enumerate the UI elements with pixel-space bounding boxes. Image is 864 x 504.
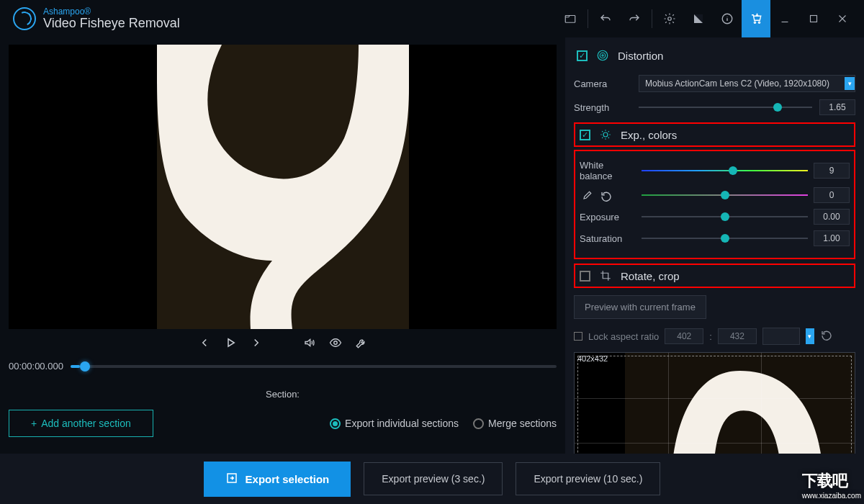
close-button[interactable] <box>828 0 857 37</box>
crop-dimensions-label: 402x432 <box>577 354 608 363</box>
svg-rect-6 <box>811 16 817 22</box>
export-selection-button[interactable]: Export selection <box>204 462 351 497</box>
svg-point-9 <box>598 50 608 60</box>
svg-point-1 <box>668 17 672 21</box>
minimize-button[interactable] <box>770 0 799 37</box>
crop-width-input[interactable]: 402 <box>665 328 703 344</box>
undo-button[interactable] <box>591 0 620 37</box>
radio-export-individual[interactable]: Export individual sections <box>330 418 459 429</box>
camera-row: Camera Mobius ActionCam Lens C2 (Video, … <box>574 75 855 92</box>
exposure-value[interactable]: 0.00 <box>814 209 850 225</box>
export-preview-3s-button[interactable]: Export preview (3 sec.) <box>364 462 503 495</box>
left-pane: 00:00:00.000 Section: + Add another sect… <box>0 37 565 504</box>
player-controls <box>9 336 557 352</box>
strength-row: Strength 1.65 <box>574 99 855 115</box>
timecode: 00:00:00.000 <box>9 361 63 372</box>
wb-tint-value[interactable]: 0 <box>814 187 850 203</box>
export-icon <box>225 472 238 487</box>
video-preview[interactable] <box>9 45 557 329</box>
info-button[interactable] <box>713 0 742 37</box>
exposure-label: Exposure <box>580 212 636 222</box>
svg-point-12 <box>603 132 608 137</box>
titlebar: Ashampoo® Video Fisheye Removal <box>0 0 864 37</box>
preview-current-frame-button[interactable]: Preview with current frame <box>574 295 706 319</box>
theme-button[interactable] <box>684 0 713 37</box>
radio-dot-icon <box>330 418 341 429</box>
wb-tint-slider[interactable] <box>642 190 808 200</box>
section-heading: Section: <box>9 389 557 400</box>
saturation-slider[interactable] <box>642 233 808 243</box>
chevron-down-icon[interactable]: ▾ <box>806 328 814 344</box>
add-section-label: Add another section <box>41 418 131 429</box>
wrench-button[interactable] <box>355 336 368 352</box>
next-frame-button[interactable] <box>250 336 263 352</box>
target-icon <box>596 49 609 62</box>
svg-point-10 <box>600 53 606 58</box>
app-logo-icon <box>13 7 36 30</box>
colors-controls-block: White balance 9 0 Exposure <box>574 150 855 259</box>
export-preview-10s-button[interactable]: Export preview (10 sec.) <box>516 462 660 495</box>
camera-select[interactable]: Mobius ActionCam Lens C2 (Video, 1920x10… <box>639 75 855 92</box>
crop-preset-select[interactable] <box>762 328 800 345</box>
preview-frame-image <box>157 45 409 329</box>
watermark: 下载吧 www.xiazaiba.com <box>802 470 861 500</box>
saturation-value[interactable]: 1.00 <box>814 230 850 246</box>
plus-icon: + <box>31 418 37 429</box>
export-bar: Export selection Export preview (3 sec.)… <box>0 454 864 504</box>
watermark-url: www.xiazaiba.com <box>802 492 861 500</box>
radio-merge-sections[interactable]: Merge sections <box>473 418 557 429</box>
svg-point-8 <box>333 341 337 345</box>
visibility-button[interactable] <box>329 336 342 352</box>
volume-button[interactable] <box>303 336 316 352</box>
wb-temp-slider[interactable] <box>642 166 808 176</box>
strength-slider[interactable] <box>639 102 812 112</box>
sun-icon <box>599 128 612 141</box>
cart-button[interactable] <box>742 0 770 37</box>
colors-panel-header[interactable]: ✓ Exp., colors <box>574 122 855 147</box>
wb-temp-value[interactable]: 9 <box>814 163 850 179</box>
settings-button[interactable] <box>655 0 684 37</box>
crop-icon <box>599 269 612 282</box>
reset-wb-button[interactable] <box>600 190 613 203</box>
right-panel: ✓ Distortion Camera Mobius ActionCam Len… <box>565 37 864 504</box>
eyedropper-button[interactable] <box>580 190 593 203</box>
distortion-title: Distortion <box>618 50 663 62</box>
maximize-button[interactable] <box>799 0 828 37</box>
camera-value: Mobius ActionCam Lens C2 (Video, 1920x10… <box>645 78 829 89</box>
redo-button[interactable] <box>620 0 649 37</box>
radio-merge-label: Merge sections <box>488 418 557 429</box>
section-area: Section: + Add another section Export in… <box>9 389 557 437</box>
strength-label: Strength <box>574 102 631 113</box>
app-title: Ashampoo® Video Fisheye Removal <box>43 7 180 31</box>
titlebar-right <box>556 0 857 37</box>
open-file-button[interactable] <box>556 0 585 37</box>
colors-checkbox[interactable]: ✓ <box>580 130 590 140</box>
lock-aspect-label: Lock aspect ratio <box>588 331 659 342</box>
timeline-row: 00:00:00.000 <box>9 361 557 372</box>
lock-aspect-checkbox[interactable] <box>574 332 582 341</box>
prev-frame-button[interactable] <box>198 336 211 352</box>
radio-dot-icon <box>473 418 484 429</box>
radio-individual-label: Export individual sections <box>345 418 459 429</box>
chevron-down-icon: ▾ <box>845 77 855 90</box>
distortion-checkbox[interactable]: ✓ <box>577 50 588 61</box>
reset-crop-button[interactable] <box>820 329 833 344</box>
svg-point-5 <box>758 22 760 23</box>
crop-panel-header[interactable]: ✓ Rotate, crop <box>574 264 855 288</box>
strength-value[interactable]: 1.65 <box>819 99 855 115</box>
svg-point-4 <box>754 22 755 23</box>
app-brand: Ashampoo® <box>43 7 180 17</box>
saturation-label: Saturation <box>580 233 636 244</box>
play-button[interactable] <box>224 336 237 352</box>
wb-label: White balance <box>580 160 636 181</box>
crop-height-input[interactable]: 432 <box>718 328 757 344</box>
exposure-slider[interactable] <box>642 212 808 222</box>
crop-checkbox[interactable]: ✓ <box>580 271 590 282</box>
svg-rect-0 <box>565 16 575 23</box>
add-section-button[interactable]: + Add another section <box>9 410 153 437</box>
camera-label: Camera <box>574 78 631 89</box>
svg-point-11 <box>602 55 603 56</box>
timeline-slider[interactable] <box>71 365 557 368</box>
distortion-panel-header[interactable]: ✓ Distortion <box>574 43 855 68</box>
crop-title: Rotate, crop <box>621 270 680 282</box>
